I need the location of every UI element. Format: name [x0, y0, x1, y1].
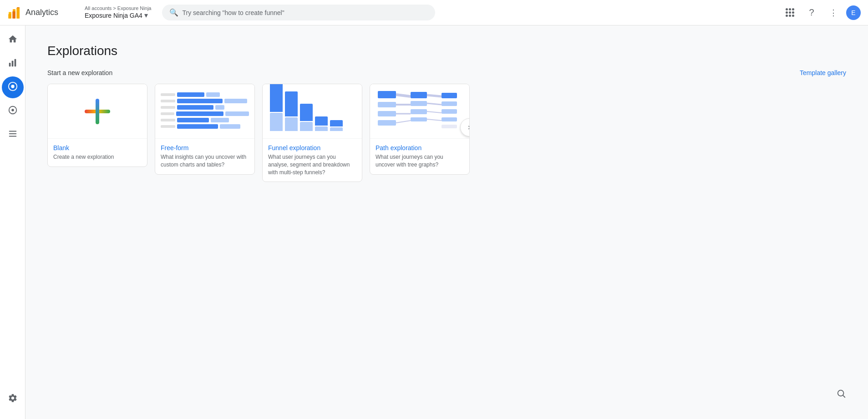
- exploration-card-blank[interactable]: Blank Create a new exploration: [47, 84, 147, 167]
- more-vert-icon: ⋮: [829, 8, 838, 18]
- svg-rect-40: [442, 125, 457, 128]
- app-layout: Explorations Start a new exploration Tem…: [0, 25, 868, 419]
- exploration-card-freeform[interactable]: Free-form What insights can you uncover …: [155, 84, 255, 175]
- svg-point-14: [11, 85, 14, 88]
- svg-rect-21: [378, 102, 396, 107]
- search-placeholder-text: Try searching "how to create funnel": [182, 9, 284, 16]
- svg-rect-23: [378, 120, 396, 126]
- funnel-group-2: [285, 91, 298, 131]
- sidebar-item-reports[interactable]: [2, 53, 24, 75]
- advertising-icon: [8, 105, 18, 117]
- help-icon: ?: [809, 7, 814, 18]
- svg-line-33: [427, 103, 442, 105]
- svg-rect-37: [442, 101, 457, 106]
- section-header: Start a new exploration Template gallery: [47, 69, 846, 76]
- section-label: Start a new exploration: [47, 69, 112, 76]
- sidebar-item-explore[interactable]: [2, 76, 24, 98]
- funnel-group-3: [300, 104, 313, 131]
- svg-line-24: [396, 95, 411, 96]
- sidebar-bottom: [2, 388, 24, 415]
- blank-card-desc: Create a new exploration: [53, 153, 142, 161]
- search-icon: 🔍: [169, 8, 178, 17]
- help-button[interactable]: ?: [802, 4, 821, 22]
- explore-icon: [8, 81, 18, 94]
- svg-rect-38: [442, 109, 457, 114]
- svg-rect-31: [411, 117, 427, 121]
- freeform-card-body: Free-form What insights can you uncover …: [155, 139, 254, 174]
- sidebar-item-configure[interactable]: [2, 124, 24, 146]
- funnel-card-preview: [263, 84, 362, 139]
- plus-icon: [85, 99, 110, 124]
- funnel-preview-visual: [263, 84, 362, 138]
- freeform-card-desc: What insights can you uncover with custo…: [161, 153, 249, 169]
- header-actions: ? ⋮ E: [781, 4, 861, 22]
- svg-rect-28: [411, 92, 427, 98]
- svg-rect-17: [9, 131, 16, 131]
- funnel-card-title: Funnel exploration: [268, 144, 356, 151]
- breadcrumb: All accounts > Exposure Ninja: [85, 5, 151, 11]
- svg-point-16: [11, 109, 14, 111]
- svg-rect-12: [14, 59, 16, 66]
- funnel-group-4: [315, 116, 328, 131]
- svg-line-32: [427, 95, 442, 96]
- svg-line-27: [396, 121, 411, 123]
- top-header: Analytics All accounts > Exposure Ninja …: [0, 0, 868, 25]
- sidebar-item-settings[interactable]: [2, 388, 24, 410]
- sidebar: [0, 25, 25, 419]
- svg-rect-39: [442, 117, 457, 121]
- path-card-preview: [370, 84, 469, 139]
- svg-rect-7: [8, 14, 11, 19]
- funnel-group-1: [270, 84, 283, 131]
- blank-card-body: Blank Create a new exploration: [48, 139, 147, 167]
- svg-rect-10: [9, 63, 10, 66]
- template-gallery-link[interactable]: Template gallery: [800, 69, 846, 76]
- blank-card-preview: [48, 84, 147, 139]
- svg-rect-18: [9, 133, 16, 134]
- user-avatar[interactable]: E: [846, 5, 861, 20]
- svg-line-34: [427, 111, 442, 113]
- search-bar[interactable]: 🔍 Try searching "how to create funnel": [162, 5, 435, 20]
- svg-rect-20: [378, 91, 396, 98]
- svg-rect-22: [378, 111, 396, 116]
- funnel-card-desc: What user journeys can you analyse, segm…: [268, 153, 356, 176]
- exploration-card-funnel[interactable]: Funnel exploration What user journeys ca…: [262, 84, 362, 182]
- funnel-card-body: Funnel exploration What user journeys ca…: [263, 139, 362, 182]
- more-options-button[interactable]: ⋮: [824, 4, 843, 22]
- blank-card-title: Blank: [53, 144, 142, 151]
- chevron-down-icon: ▾: [144, 11, 148, 20]
- svg-rect-11: [11, 61, 13, 66]
- apps-button[interactable]: [781, 4, 799, 22]
- account-name[interactable]: Exposure Ninja GA4 ▾: [85, 11, 151, 20]
- svg-line-42: [843, 395, 845, 397]
- home-icon: [8, 34, 18, 46]
- list-icon: [8, 129, 18, 141]
- freeform-card-title: Free-form: [161, 144, 249, 151]
- svg-line-35: [427, 119, 442, 121]
- account-selector[interactable]: All accounts > Exposure Ninja Exposure N…: [85, 5, 151, 20]
- bottom-search-icon[interactable]: [836, 389, 846, 401]
- exploration-cards-row: Blank Create a new exploration: [47, 84, 846, 182]
- freeform-preview-visual: [155, 87, 254, 136]
- avatar-initial: E: [851, 9, 855, 16]
- sidebar-item-home[interactable]: [2, 29, 24, 51]
- main-content: Explorations Start a new exploration Tem…: [25, 25, 868, 419]
- path-card-desc: What user journeys can you uncover with …: [376, 153, 464, 169]
- analytics-logo-icon: [7, 6, 21, 20]
- page-title: Explorations: [47, 44, 846, 58]
- svg-rect-8: [12, 11, 15, 19]
- sidebar-item-advertising[interactable]: [2, 100, 24, 122]
- path-preview-visual: [374, 86, 465, 136]
- svg-rect-36: [442, 93, 457, 98]
- settings-icon: [8, 393, 18, 405]
- apps-grid-icon: [786, 8, 794, 17]
- exploration-card-path[interactable]: Path exploration What user journeys can …: [370, 84, 470, 175]
- path-card-body: Path exploration What user journeys can …: [370, 139, 469, 174]
- svg-rect-19: [9, 136, 16, 136]
- chevron-right-icon: ›: [468, 122, 470, 132]
- svg-rect-30: [411, 109, 427, 114]
- funnel-group-5: [330, 120, 343, 131]
- freeform-card-preview: [155, 84, 254, 139]
- path-card-title: Path exploration: [376, 144, 464, 151]
- bar-chart-icon: [8, 58, 18, 70]
- svg-rect-9: [16, 8, 20, 18]
